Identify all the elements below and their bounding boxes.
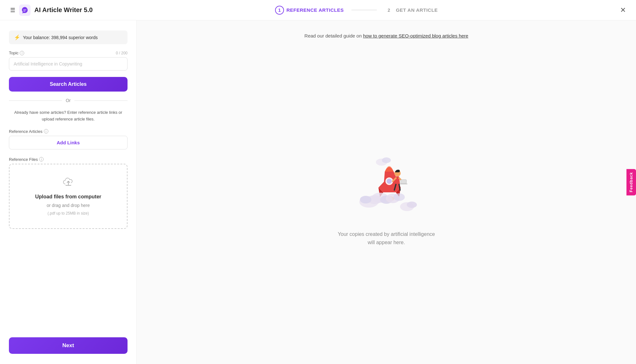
or-text: Or xyxy=(66,98,71,103)
svg-rect-13 xyxy=(401,180,406,183)
svg-point-18 xyxy=(393,193,405,201)
step-divider xyxy=(351,10,377,10)
step-1-circle: 1 xyxy=(275,6,284,15)
left-panel: ⚡ Your balance: 398,994 superior words T… xyxy=(0,20,137,364)
step-2-label: GET AN ARTICLE xyxy=(396,7,438,13)
feedback-button[interactable]: Feedback xyxy=(626,169,636,195)
step-2: 2 GET AN ARTICLE xyxy=(384,6,438,15)
upload-area[interactable]: Upload files from computer or drag and d… xyxy=(9,164,128,229)
ref-files-section: Reference Files i Upload files from comp… xyxy=(9,156,128,229)
ref-files-label: Reference Files i xyxy=(9,157,128,162)
app-logo xyxy=(19,4,31,16)
ref-files-info-icon[interactable]: i xyxy=(39,157,44,161)
topic-info-icon[interactable]: i xyxy=(20,51,24,55)
or-line-right xyxy=(74,100,128,101)
upload-title: Upload files from computer xyxy=(35,194,101,200)
upload-subtitle: or drag and drop here xyxy=(47,203,90,208)
rocket-illustration xyxy=(347,143,426,223)
svg-rect-14 xyxy=(400,183,407,184)
svg-point-3 xyxy=(360,196,371,203)
close-icon[interactable]: ✕ xyxy=(620,6,626,14)
header: ☰ AI Article Writer 5.0 1 REFERENCE ARTI… xyxy=(0,0,636,20)
topic-section: Topic i 0 / 200 xyxy=(9,51,128,71)
ai-caption: Your copies created by artificial intell… xyxy=(338,230,435,246)
ref-articles-section: Reference Articles i Add Links xyxy=(9,129,128,149)
main-layout: ⚡ Your balance: 398,994 superior words T… xyxy=(0,20,636,364)
illustration-area: Your copies created by artificial intell… xyxy=(338,38,435,351)
balance-bar: ⚡ Your balance: 398,994 superior words xyxy=(9,31,128,44)
step-1-label: REFERENCE ARTICLES xyxy=(287,7,344,13)
step-1: 1 REFERENCE ARTICLES xyxy=(275,6,344,15)
or-line-left xyxy=(9,100,62,101)
next-button[interactable]: Next xyxy=(9,337,128,354)
header-left: ☰ AI Article Writer 5.0 xyxy=(10,4,93,16)
add-links-button[interactable]: Add Links xyxy=(9,136,128,149)
char-count: 0 / 200 xyxy=(116,51,128,55)
lightning-icon: ⚡ xyxy=(14,34,20,40)
or-divider: Or xyxy=(9,98,128,103)
right-panel: Read our detailed guide on how to genera… xyxy=(137,20,636,364)
guide-text: Read our detailed guide on how to genera… xyxy=(304,33,468,38)
topic-input[interactable] xyxy=(9,57,128,71)
ref-articles-info-icon[interactable]: i xyxy=(44,129,48,134)
step-2-circle: 2 xyxy=(384,6,393,15)
upload-hint: (.pdf up to 25MB in size) xyxy=(47,211,89,216)
topic-label-row: Topic i 0 / 200 xyxy=(9,51,128,55)
app-title: AI Article Writer 5.0 xyxy=(34,6,93,14)
guide-link[interactable]: how to generate SEO-optimized blog artic… xyxy=(363,33,468,38)
description-text: Already have some articles? Enter refere… xyxy=(9,109,128,123)
ref-articles-label: Reference Articles i xyxy=(9,129,128,134)
feedback-wrapper: Feedback xyxy=(626,169,636,195)
upload-icon xyxy=(63,177,74,191)
topic-label: Topic i xyxy=(9,51,24,55)
svg-point-9 xyxy=(387,179,392,184)
balance-text: Your balance: 398,994 superior words xyxy=(23,35,98,40)
svg-point-5 xyxy=(407,202,417,208)
svg-point-7 xyxy=(382,157,391,163)
stepper: 1 REFERENCE ARTICLES 2 GET AN ARTICLE xyxy=(275,6,438,15)
hamburger-icon[interactable]: ☰ xyxy=(10,7,15,14)
search-articles-button[interactable]: Search Articles xyxy=(9,77,128,92)
